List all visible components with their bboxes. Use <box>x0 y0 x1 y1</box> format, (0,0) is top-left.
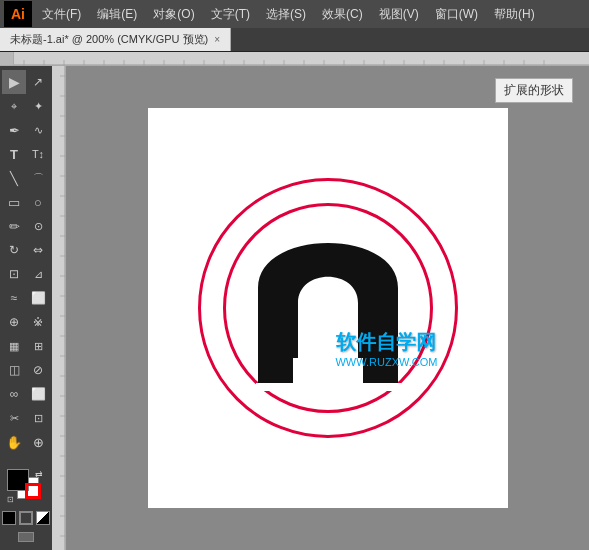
ellipse-tool[interactable]: ○ <box>26 190 50 214</box>
menu-edit[interactable]: 编辑(E) <box>89 0 145 28</box>
color-swatches: ⊡ ⇄ <box>7 469 45 505</box>
color-mode-row <box>2 511 50 525</box>
reflect-tool[interactable]: ⇔ <box>26 238 50 262</box>
lasso-tool[interactable]: ⌖ <box>2 94 26 118</box>
magic-wand-tool[interactable]: ✦ <box>26 94 50 118</box>
screen-mode-row <box>18 532 34 542</box>
paintbrush-tool[interactable]: ✏ <box>2 214 26 238</box>
menu-bar: 文件(F) 编辑(E) 对象(O) 文字(T) 选择(S) 效果(C) 视图(V… <box>34 0 585 28</box>
watermark: 软件自学网 WWW.RUZXW.COM <box>335 329 437 368</box>
reset-colors-icon[interactable]: ⊡ <box>7 495 17 505</box>
ruler-horizontal <box>14 52 589 66</box>
warp-tool[interactable]: ≈ <box>2 286 26 310</box>
watermark-main-text: 软件自学网 <box>335 329 437 356</box>
scale-tool[interactable]: ⊡ <box>2 262 26 286</box>
symbol-sprayer-tool[interactable]: ※ <box>26 310 50 334</box>
canvas-inner: 软件自学网 WWW.RUZXW.COM <box>66 66 589 550</box>
hand-tool[interactable]: ✋ <box>2 430 26 454</box>
tab-bar: 未标题-1.ai* @ 200% (CMYK/GPU 预览) × <box>0 28 589 52</box>
title-bar: Ai 文件(F) 编辑(E) 对象(O) 文字(T) 选择(S) 效果(C) 视… <box>0 0 589 28</box>
eyedropper-tool[interactable]: ⊘ <box>26 358 50 382</box>
none-mode-btn[interactable] <box>36 511 50 525</box>
type-tool[interactable]: T <box>2 142 26 166</box>
menu-help[interactable]: 帮助(H) <box>486 0 543 28</box>
toolbar: ▶ ↗ ⌖ ✦ ✒ ∿ T T↕ ╲ ⌒ <box>0 66 52 550</box>
magnet-shape <box>238 208 418 408</box>
stroke-mode-btn[interactable] <box>19 511 33 525</box>
eraser-tool[interactable]: ⬜ <box>26 382 50 406</box>
arc-tool[interactable]: ⌒ <box>26 166 50 190</box>
ruler-corner <box>0 52 14 66</box>
artwork-container: 软件自学网 WWW.RUZXW.COM <box>188 168 468 448</box>
select-tool[interactable]: ▶ <box>2 70 26 94</box>
svg-rect-29 <box>52 66 66 550</box>
curvature-tool[interactable]: ∿ <box>26 118 50 142</box>
stroke-red-indicator <box>25 483 41 499</box>
menu-window[interactable]: 窗口(W) <box>427 0 486 28</box>
reshape-tool[interactable]: ⊿ <box>26 262 50 286</box>
menu-file[interactable]: 文件(F) <box>34 0 89 28</box>
mesh-tool[interactable]: ⊞ <box>26 334 50 358</box>
line-tool[interactable]: ╲ <box>2 166 26 190</box>
screen-mode-btn[interactable] <box>18 532 34 542</box>
fill-mode-btn[interactable] <box>2 511 16 525</box>
puppet-warp-tool[interactable]: ⊕ <box>2 310 26 334</box>
rotate-tool[interactable]: ↻ <box>2 238 26 262</box>
artboard[interactable]: 软件自学网 WWW.RUZXW.COM <box>148 108 508 508</box>
ruler-v-svg <box>52 66 66 550</box>
zoom-tool[interactable]: ⊕ <box>26 430 50 454</box>
app-logo: Ai <box>4 1 32 27</box>
menu-view[interactable]: 视图(V) <box>371 0 427 28</box>
rectangle-tool[interactable]: ▭ <box>2 190 26 214</box>
menu-select[interactable]: 选择(S) <box>258 0 314 28</box>
column-graph-tool[interactable]: ▦ <box>2 334 26 358</box>
tab-title: 未标题-1.ai* @ 200% (CMYK/GPU 预览) <box>10 32 208 47</box>
gradient-tool[interactable]: ◫ <box>2 358 26 382</box>
blob-brush-tool[interactable]: ⊙ <box>26 214 50 238</box>
touch-type-tool[interactable]: T↕ <box>26 142 50 166</box>
canvas-area[interactable]: 扩展的形状 <box>66 66 589 550</box>
svg-rect-0 <box>14 52 589 66</box>
menu-object[interactable]: 对象(O) <box>145 0 202 28</box>
tab-close-button[interactable]: × <box>214 34 220 45</box>
artboard-tool[interactable]: ⊡ <box>26 406 50 430</box>
color-area: ⊡ ⇄ <box>2 469 50 550</box>
menu-type[interactable]: 文字(T) <box>203 0 258 28</box>
pen-tool[interactable]: ✒ <box>2 118 26 142</box>
svg-rect-58 <box>358 383 401 391</box>
scissors-tool[interactable]: ✂ <box>2 406 26 430</box>
free-transform-tool[interactable]: ⬜ <box>26 286 50 310</box>
watermark-sub-text: WWW.RUZXW.COM <box>335 356 437 368</box>
menu-effect[interactable]: 效果(C) <box>314 0 371 28</box>
svg-rect-57 <box>256 383 299 391</box>
blend-tool[interactable]: ∞ <box>2 382 26 406</box>
ruler-vertical <box>52 66 66 550</box>
document-tab[interactable]: 未标题-1.ai* @ 200% (CMYK/GPU 预览) × <box>0 28 231 51</box>
direct-select-tool[interactable]: ↗ <box>26 70 50 94</box>
